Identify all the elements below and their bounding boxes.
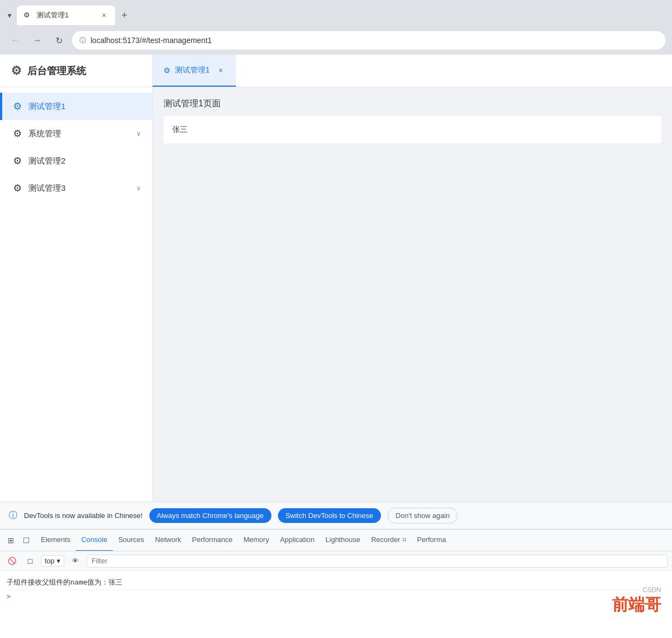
eye-button[interactable]: 👁 — [69, 555, 82, 567]
devtools-console: 子组件接收父组件的name值为：张三 > — [0, 571, 672, 607]
app-container: ⚙ 后台管理系统 ⚙ 测试管理1 × ⚙ 测试管理1 ⚙ 系统管理 ∨ ⚙ — [0, 55, 672, 638]
sidebar-icon-test1: ⚙ — [13, 100, 22, 112]
notification-icon: ⓘ — [9, 510, 17, 521]
browser-chrome: ▾ ⚙ 测试管理1 × + ← → ↻ ⓘ localhost:5173/#/t… — [0, 0, 672, 55]
tab-sources[interactable]: Sources — [113, 529, 150, 551]
app-tabs: ⚙ 测试管理1 × — [153, 55, 672, 87]
notification-message: DevTools is now available in Chinese! — [24, 511, 143, 520]
devtools-toolbar: 🚫 ◻ top ▾ 👁 — [0, 551, 672, 571]
app-header: ⚙ 后台管理系统 ⚙ 测试管理1 × — [0, 55, 672, 87]
sidebar-arrow-test3: ∨ — [136, 184, 141, 192]
sidebar-item-test3[interactable]: ⚙ 测试管理3 ∨ — [0, 174, 152, 202]
content-box: 张三 — [164, 116, 661, 143]
address-bar: ← → ↻ ⓘ localhost:5173/#/test-management… — [0, 26, 672, 55]
tab-title: 测试管理1 — [37, 10, 95, 20]
app-tab-active[interactable]: ⚙ 测试管理1 × — [153, 55, 236, 87]
clear-console-button[interactable]: 🚫 — [4, 555, 20, 567]
sidebar-arrow-system: ∨ — [136, 130, 141, 137]
sidebar-item-test2[interactable]: ⚙ 测试管理2 — [0, 147, 152, 174]
page-title: 测试管理1页面 — [164, 98, 661, 110]
top-label: top — [45, 557, 55, 565]
always-match-button[interactable]: Always match Chrome's language — [149, 508, 271, 523]
app-logo: ⚙ 后台管理系统 — [0, 55, 153, 87]
tab-lighthouse[interactable]: Lighthouse — [320, 529, 366, 551]
main-content: 测试管理1页面 张三 — [153, 87, 672, 502]
console-filter-toggle[interactable]: ◻ — [24, 555, 37, 567]
sidebar-item-test1[interactable]: ⚙ 测试管理1 — [0, 93, 152, 120]
back-button[interactable]: ← — [7, 32, 24, 49]
forward-button[interactable]: → — [28, 32, 46, 49]
url-text: localhost:5173/#/test-management1 — [90, 36, 212, 45]
devtools-panel: ⊞ ☐ Elements Console Sources Network Per… — [0, 529, 672, 638]
url-info-icon: ⓘ — [80, 36, 86, 45]
logo-text: 后台管理系统 — [27, 64, 86, 77]
tab-application[interactable]: Application — [275, 529, 320, 551]
app-tab-close-button[interactable]: × — [216, 65, 225, 76]
tab-memory[interactable]: Memory — [238, 529, 275, 551]
new-tab-button[interactable]: + — [117, 8, 132, 23]
devtools-tab-bar: ⊞ ☐ Elements Console Sources Network Per… — [0, 529, 672, 551]
devtools-notification: ⓘ DevTools is now available in Chinese! … — [0, 502, 672, 529]
tab-console[interactable]: Console — [76, 529, 113, 551]
app-tab-icon: ⚙ — [164, 66, 171, 75]
filter-input[interactable] — [87, 555, 668, 568]
sidebar-label-test3: 测试管理3 — [28, 183, 130, 194]
tab-performance[interactable]: Performance — [186, 529, 238, 551]
sidebar-item-system[interactable]: ⚙ 系统管理 ∨ — [0, 120, 152, 147]
tab-performa[interactable]: Performa — [411, 529, 451, 551]
sidebar-icon-test3: ⚙ — [13, 182, 22, 194]
tab-favicon-icon: ⚙ — [23, 11, 32, 20]
app-tab-label: 测试管理1 — [175, 65, 210, 75]
user-name: 张三 — [172, 125, 187, 134]
sidebar-icon-test2: ⚙ — [13, 155, 22, 167]
tab-elements[interactable]: Elements — [35, 529, 76, 551]
sidebar-label-test2: 测试管理2 — [28, 156, 141, 166]
tab-group-button[interactable]: ▾ — [4, 8, 15, 23]
switch-devtools-button[interactable]: Switch DevTools to Chinese — [278, 508, 381, 523]
logo-icon: ⚙ — [11, 64, 22, 78]
sidebar-icon-system: ⚙ — [13, 128, 22, 140]
console-arrow[interactable]: > — [7, 590, 665, 603]
context-selector[interactable]: top ▾ — [41, 555, 64, 567]
tab-recorder[interactable]: Recorder ⌗ — [366, 529, 411, 551]
tab-close-button[interactable]: × — [100, 10, 108, 21]
browser-tab-active[interactable]: ⚙ 测试管理1 × — [17, 5, 115, 25]
refresh-button[interactable]: ↻ — [50, 32, 68, 49]
dont-show-again-button[interactable]: Don't show again — [388, 508, 458, 523]
tab-bar: ▾ ⚙ 测试管理1 × + — [0, 0, 672, 26]
sidebar-label-test1: 测试管理1 — [28, 101, 141, 112]
sidebar: ⚙ 测试管理1 ⚙ 系统管理 ∨ ⚙ 测试管理2 ⚙ 测试管理3 ∨ — [0, 87, 153, 502]
console-log-entry: 子组件接收父组件的name值为：张三 — [7, 575, 665, 590]
devtools-inspect-icon[interactable]: ☐ — [20, 534, 33, 547]
tab-network[interactable]: Network — [150, 529, 187, 551]
sidebar-label-system: 系统管理 — [28, 129, 130, 139]
console-log-text: 子组件接收父组件的name值为：张三 — [7, 578, 123, 586]
devtools-dock-icon[interactable]: ⊞ — [4, 534, 17, 547]
main-layout: ⚙ 测试管理1 ⚙ 系统管理 ∨ ⚙ 测试管理2 ⚙ 测试管理3 ∨ 测试管理1… — [0, 87, 672, 502]
top-arrow-icon: ▾ — [57, 557, 60, 565]
url-bar[interactable]: ⓘ localhost:5173/#/test-management1 — [72, 31, 665, 50]
